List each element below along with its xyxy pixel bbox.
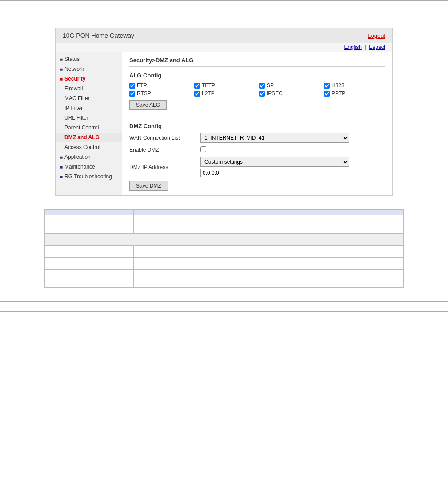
sidebar-item-label: Maintenance <box>64 164 95 170</box>
language-row: English | Espaol <box>56 43 392 52</box>
main-area: 10G PON Home Gateway Logout English | Es… <box>0 28 448 196</box>
alg-tftp: TFTP <box>194 82 256 89</box>
bottom-divider2 <box>0 311 448 312</box>
sidebar-item-firewall[interactable]: Firewall <box>56 84 122 93</box>
alg-ftp: FTP <box>129 82 191 89</box>
table-row <box>45 258 404 270</box>
enable-dmz-checkbox[interactable] <box>200 146 206 152</box>
sidebar-item-label: IP Filter <box>64 105 83 111</box>
panel-title: 10G PON Home Gateway <box>63 32 134 39</box>
save-alg-button[interactable]: Save ALG <box>129 100 167 110</box>
info-table <box>44 209 404 288</box>
save-dmz-button[interactable]: Save DMZ <box>129 181 168 191</box>
sidebar-item-access-control[interactable]: Access Control <box>56 142 122 152</box>
lang-english[interactable]: English <box>344 44 361 50</box>
sidebar-item-status[interactable]: ■ Status <box>56 54 122 64</box>
table-section-header-row <box>45 234 404 246</box>
alg-checkboxes-grid: FTP TFTP SP <box>129 82 385 97</box>
alg-ftp-checkbox[interactable] <box>129 83 135 89</box>
sidebar-item-dmz-alg[interactable]: DMZ and ALG <box>56 133 122 142</box>
alg-ipsec-checkbox[interactable] <box>259 91 265 97</box>
dmz-ip-input[interactable]: 0.0.0.0 <box>200 169 349 177</box>
sidebar-item-maintenance[interactable]: ■ Maintenance <box>56 162 122 172</box>
enable-dmz-row: Enable DMZ <box>129 146 385 153</box>
alg-rtsp: RTSP <box>129 90 191 97</box>
sidebar-item-url-filter[interactable]: URL Filter <box>56 113 122 123</box>
bullet-icon: ■ <box>60 77 63 81</box>
dmz-ip-select[interactable]: Custom settings <box>200 157 349 167</box>
alg-l2tp: L2TP <box>194 90 256 97</box>
router-panel: 10G PON Home Gateway Logout English | Es… <box>55 28 393 196</box>
dmz-ip-label: DMZ IP Address <box>129 164 200 170</box>
table-cell-col2 <box>134 270 404 288</box>
bullet-icon: ■ <box>60 57 63 62</box>
alg-pptp-label: PPTP <box>332 90 345 97</box>
content-area: Security>DMZ and ALG ALG Config FTP TFTP <box>122 52 392 195</box>
panel-header: 10G PON Home Gateway Logout <box>56 28 392 43</box>
alg-ipsec: IPSEC <box>259 90 320 97</box>
bullet-icon: ■ <box>60 174 63 179</box>
sidebar-item-label: Firewall <box>64 85 83 92</box>
top-divider <box>0 0 448 1</box>
panel-body: ■ Status ■ Network ■ Security Firewall <box>56 52 392 195</box>
table-cell-col1 <box>45 246 134 258</box>
enable-dmz-label: Enable DMZ <box>129 147 200 153</box>
dmz-config-title: DMZ Config <box>129 123 385 129</box>
table-cell-col1 <box>45 258 134 270</box>
sidebar-item-parent-control[interactable]: Parent Control <box>56 123 122 133</box>
sidebar-item-security[interactable]: ■ Security <box>56 74 122 84</box>
alg-h323-checkbox[interactable] <box>324 83 330 89</box>
table-cell-col1 <box>45 270 134 288</box>
table-row <box>45 270 404 288</box>
alg-rtsp-checkbox[interactable] <box>129 91 135 97</box>
table-cell-col2 <box>134 258 404 270</box>
enable-dmz-wrap <box>200 146 385 153</box>
alg-ftp-label: FTP <box>137 82 147 89</box>
alg-tftp-checkbox[interactable] <box>194 83 200 89</box>
alg-l2tp-checkbox[interactable] <box>194 91 200 97</box>
table-cell-col2 <box>134 215 404 234</box>
bottom-table-area <box>0 209 448 288</box>
bullet-icon: ■ <box>60 165 63 169</box>
logout-button[interactable]: Logout <box>368 32 385 39</box>
alg-h323-label: H323 <box>332 82 344 89</box>
lang-espanol[interactable]: Espaol <box>369 44 385 50</box>
sidebar-item-rg-troubleshooting[interactable]: ■ RG Troubleshooting <box>56 172 122 181</box>
alg-ipsec-label: IPSEC <box>267 90 283 97</box>
sidebar: ■ Status ■ Network ■ Security Firewall <box>56 52 122 195</box>
table-cell-col1 <box>45 215 134 234</box>
bullet-icon: ■ <box>60 67 63 72</box>
sidebar-item-label: MAC Filter <box>64 95 90 101</box>
sidebar-item-network[interactable]: ■ Network <box>56 64 122 74</box>
wan-connection-label: WAN Connection List <box>129 135 200 141</box>
sidebar-item-label: Network <box>64 66 84 72</box>
table-header-col2 <box>134 210 404 215</box>
sidebar-item-label: Parent Control <box>64 125 99 131</box>
table-section-cell <box>45 234 404 246</box>
sidebar-item-application[interactable]: ■ Application <box>56 152 122 162</box>
sidebar-item-label: DMZ and ALG <box>64 134 100 141</box>
dmz-ip-row: DMZ IP Address Custom settings 0.0.0.0 <box>129 157 385 177</box>
alg-sp-checkbox[interactable] <box>259 83 265 89</box>
sidebar-item-label: Application <box>64 154 91 160</box>
alg-config-section: ALG Config FTP TFTP <box>129 72 385 110</box>
table-cell-col2 <box>134 246 404 258</box>
dmz-ip-wrap: Custom settings 0.0.0.0 <box>200 157 385 177</box>
sidebar-item-ip-filter[interactable]: IP Filter <box>56 103 122 113</box>
wan-connection-row: WAN Connection List 1_INTERNET_R_VID_41 <box>129 133 385 143</box>
alg-tftp-label: TFTP <box>202 82 215 89</box>
wan-connection-wrap: 1_INTERNET_R_VID_41 <box>200 133 385 143</box>
table-row <box>45 246 404 258</box>
sidebar-item-label: Security <box>64 76 85 82</box>
bottom-divider <box>0 301 448 302</box>
alg-h323: H323 <box>324 82 385 89</box>
alg-pptp-checkbox[interactable] <box>324 91 330 97</box>
table-header-col1 <box>45 210 134 215</box>
sidebar-item-mac-filter[interactable]: MAC Filter <box>56 93 122 103</box>
table-row <box>45 215 404 234</box>
sidebar-item-label: Access Control <box>64 144 100 150</box>
alg-l2tp-label: L2TP <box>202 90 215 97</box>
sidebar-item-label: Status <box>64 56 80 62</box>
alg-pptp: PPTP <box>324 90 385 97</box>
wan-connection-select[interactable]: 1_INTERNET_R_VID_41 <box>200 133 349 143</box>
